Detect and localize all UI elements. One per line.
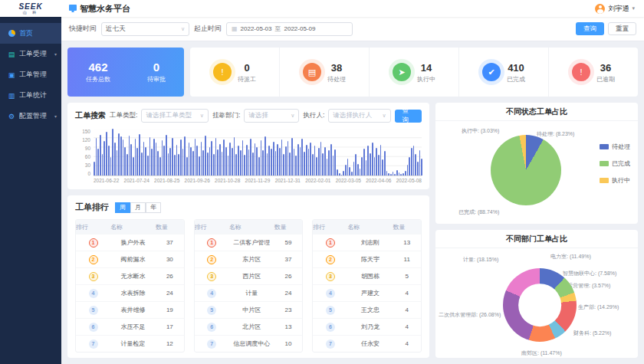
- tab-year[interactable]: 年: [146, 202, 161, 213]
- document-icon: ▤: [8, 51, 15, 58]
- rank-name: 王文忠: [347, 306, 393, 314]
- sidebar-item-configuration[interactable]: ⚙ 配置管理 ▾: [0, 106, 61, 126]
- bar: [195, 139, 196, 175]
- stat-in-progress: ➤ 14执行中: [369, 48, 458, 97]
- department-select[interactable]: 请选择 ∨: [244, 109, 299, 123]
- rank-count: 11: [393, 256, 421, 263]
- rank-name: 严建文: [347, 289, 393, 297]
- bar: [135, 139, 136, 175]
- bar: [127, 154, 128, 175]
- quick-time-select[interactable]: 近七天 ∨: [101, 22, 189, 36]
- bar: [97, 149, 99, 175]
- bar: [108, 146, 110, 175]
- rank-badge: 3: [89, 272, 98, 281]
- bar: [384, 151, 386, 175]
- rank-name: 信息调度中心: [229, 339, 274, 348]
- department-donut-body: 计量: (18.15%) 电力室: (11.49%) 智慧物联中心: (7.58…: [435, 248, 638, 358]
- bar: [318, 148, 320, 175]
- rank-badge: 7: [326, 339, 335, 349]
- quick-time-label: 快捷时间: [69, 24, 97, 34]
- bar: [411, 148, 412, 175]
- rank-name: 表井维修: [110, 306, 156, 314]
- table-row: 2陈天宇11: [313, 251, 421, 267]
- bar: [250, 139, 251, 175]
- work-order-type-select[interactable]: 请选择工单类型 ∨: [141, 109, 209, 123]
- rank-count: 59: [274, 239, 303, 246]
- bar: [360, 169, 361, 175]
- rank-count: 4: [393, 340, 421, 347]
- date-range-picker[interactable]: ▦ 2022-05-03 至 2022-05-09: [226, 22, 353, 36]
- bar-chart-plot: [94, 129, 422, 176]
- query-button[interactable]: 查询: [395, 110, 422, 123]
- user-menu[interactable]: 刘宇通 ▾: [595, 4, 644, 14]
- chevron-down-icon: ▾: [632, 5, 635, 11]
- table-row: 1换户外表37: [76, 234, 184, 251]
- department-donut-card: 不同部门工单占比 计量: (18.15%) 电力室: (11.49%) 智慧物联…: [435, 230, 638, 358]
- bar: [189, 143, 190, 175]
- bar: [409, 157, 410, 175]
- sidebar-item-label: 工单受理: [19, 49, 47, 59]
- sidebar-item-work-order-statistics[interactable]: ▥ 工单统计: [0, 85, 61, 106]
- stat-value: 410: [508, 62, 524, 74]
- ranking-table-types: 排行 名称 数量 1换户外表372阀前漏水303无水断水264水表拆除245表井…: [75, 219, 185, 353]
- bar: [407, 165, 409, 175]
- stat-label: 已完成: [507, 75, 525, 84]
- stat-label: 待处理: [327, 75, 346, 84]
- bar: [222, 152, 223, 175]
- bar: [268, 146, 270, 175]
- search-button[interactable]: 查询: [576, 22, 604, 35]
- chevron-down-icon: ∨: [200, 113, 204, 119]
- department-donut-chart: [503, 268, 577, 342]
- stat-overdue: ! 36已逾期: [548, 48, 638, 97]
- sidebar-item-home[interactable]: 首页: [0, 23, 61, 44]
- table-row: 4计量24: [195, 284, 303, 301]
- bar: [213, 154, 215, 175]
- rank-badge: 7: [207, 339, 216, 349]
- pie-label-in-progress: 执行中: (3.03%): [462, 127, 499, 135]
- tab-week[interactable]: 周: [115, 202, 130, 213]
- bar: [172, 138, 173, 175]
- bar: [262, 150, 264, 175]
- bar: [301, 139, 303, 175]
- bar: [294, 149, 295, 175]
- reset-button[interactable]: 重置: [608, 22, 636, 35]
- type-placeholder: 请选择工单类型: [146, 111, 192, 120]
- bar: [252, 152, 254, 175]
- bar: [357, 164, 359, 175]
- rank-badge: 4: [326, 289, 335, 298]
- bar: [234, 137, 235, 175]
- bar: [376, 148, 377, 175]
- total-tasks-value: 462: [86, 61, 110, 74]
- bar: [415, 154, 416, 175]
- sidebar-item-work-order-acceptance[interactable]: ▤ 工单受理 ▾: [0, 44, 61, 64]
- col-header-name: 名称: [229, 223, 274, 231]
- daily-work-order-chart: 1501209060300 2021-06-222021-07-242021-0…: [75, 129, 422, 183]
- bar: [353, 162, 355, 175]
- executor-select[interactable]: 请选择执行人 ∨: [328, 109, 390, 123]
- total-tasks-card: 462 任务总数 0 待审批: [67, 48, 184, 97]
- table-row: 6北片区13: [195, 318, 303, 335]
- work-order-search-card: 工单搜索 工单类型: 请选择工单类型 ∨ 挂靠部门: 请选择 ∨: [67, 103, 429, 189]
- bar: [151, 149, 153, 175]
- x-axis-labels: 2021-06-222021-07-242021-08-252021-09-26…: [94, 178, 422, 183]
- top-bar: SEEK 山 科 智慧水务平台 刘宇通 ▾: [0, 0, 644, 17]
- tab-month[interactable]: 月: [130, 202, 146, 213]
- rank-count: 30: [156, 256, 184, 263]
- bar: [159, 157, 161, 175]
- chevron-down-icon: ∨: [181, 26, 185, 32]
- bar: [308, 149, 310, 175]
- bar: [223, 139, 225, 175]
- rank-name: 二供客户管理: [229, 238, 274, 247]
- stat-label: 已逾期: [596, 75, 615, 84]
- work-search-title: 工单搜索: [75, 110, 106, 121]
- bar: [184, 136, 186, 175]
- logo-text: SEEK: [0, 3, 61, 11]
- table-row: 1二供客户管理59: [195, 234, 303, 251]
- table-row: 7任永安4: [313, 335, 421, 352]
- rank-badge: 1: [89, 238, 98, 248]
- bar: [322, 153, 324, 175]
- sidebar-item-work-order-management[interactable]: ▣ 工单管理: [0, 64, 61, 85]
- bar: [124, 147, 126, 175]
- brand-logo: SEEK 山 科: [0, 3, 61, 15]
- bar: [139, 134, 140, 175]
